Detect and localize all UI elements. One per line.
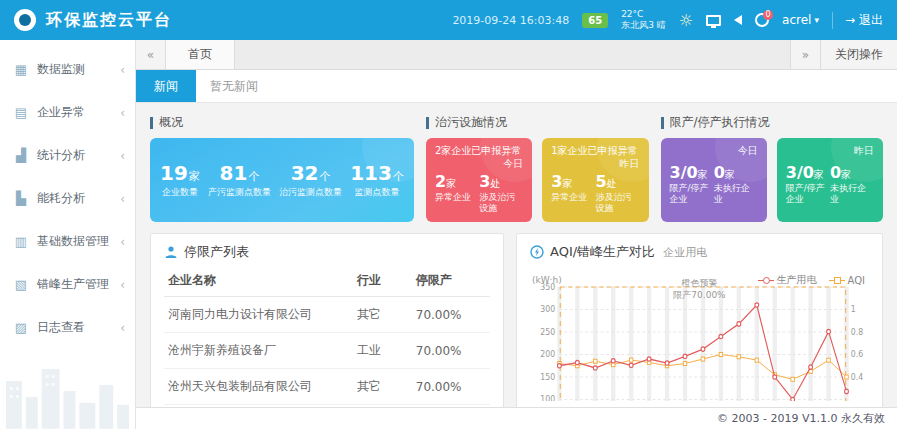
y-axis-label: (kW·h) bbox=[532, 275, 562, 285]
sidebar-item-enterprise-abnormal[interactable]: ▤ 企业异常 ‹ bbox=[0, 91, 135, 134]
notification-icon[interactable]: 0 bbox=[755, 13, 769, 27]
card-day-label: 昨日 bbox=[551, 157, 639, 170]
svg-text:1: 1 bbox=[851, 304, 856, 315]
chart-title-row: AQI/错峰生产对比 企业用电 bbox=[530, 243, 869, 261]
sidebar-item-energy-analysis[interactable]: ▙ 能耗分析 ‹ bbox=[0, 177, 135, 220]
stat-unit: 处 bbox=[607, 178, 617, 189]
col-header-limit: 停限产 bbox=[412, 265, 490, 297]
card-header: 2家企业已申报异常 bbox=[435, 144, 523, 157]
warning-annotation: 橙色预警 限产70.00% bbox=[673, 277, 725, 301]
chart-title: AQI/错峰生产对比 bbox=[550, 243, 655, 261]
stat-abnormal-enterprises: 3家 异常企业 bbox=[551, 172, 595, 215]
stat-label: 治污监测点数量 bbox=[279, 187, 342, 199]
sidebar-item-statistics[interactable]: ▟ 统计分析 ‹ bbox=[0, 134, 135, 177]
pollution-card-yesterday: 1家企业已申报异常 昨日 3家 异常企业 5处 涉及治污设施 bbox=[542, 138, 648, 222]
close-operations-button[interactable]: 关闭操作 bbox=[820, 40, 897, 69]
chart-legend: 生产用电 AQI bbox=[758, 273, 866, 287]
sidebar-item-label: 统计分析 bbox=[37, 147, 85, 164]
wind-text: 东北风3 晴 bbox=[621, 20, 666, 31]
stat-pollution-source-points: 81个 产污监测点数量 bbox=[208, 161, 271, 199]
logout-button[interactable]: → 退出 bbox=[832, 12, 883, 29]
sidebar-item-offpeak-production[interactable]: ▧ 错峰生产管理 ‹ bbox=[0, 263, 135, 306]
weather-info: 22°C 东北风3 晴 bbox=[621, 9, 666, 32]
sun-icon: ☼ bbox=[679, 11, 693, 30]
grid-icon: ▦ bbox=[14, 62, 28, 77]
svg-text:0.6: 0.6 bbox=[851, 349, 863, 360]
sidebar-item-data-monitoring[interactable]: ▦ 数据监测 ‹ bbox=[0, 48, 135, 91]
chevron-down-icon: ▾ bbox=[814, 15, 819, 25]
section-title: 概况 bbox=[150, 114, 414, 131]
legend-item-power[interactable]: 生产用电 bbox=[758, 273, 817, 287]
lightning-circle-icon bbox=[530, 245, 544, 259]
monitor-icon[interactable] bbox=[706, 15, 721, 26]
svg-text:200: 200 bbox=[540, 349, 555, 360]
chevron-left-icon: ‹ bbox=[120, 278, 125, 292]
stat-label: 企业数量 bbox=[160, 187, 200, 199]
stat-value: 19 bbox=[160, 161, 188, 185]
aqi-badge: 65 bbox=[582, 13, 608, 28]
pollution-card-today: 2家企业已申报异常 今日 2家 异常企业 3处 涉及治污设施 bbox=[426, 138, 532, 222]
news-tabs: 新闻 暂无新闻 bbox=[136, 70, 897, 103]
cell-limit: 70.00% bbox=[412, 369, 490, 405]
title-bar-decoration bbox=[661, 117, 664, 129]
person-icon bbox=[164, 245, 178, 259]
svg-text:100: 100 bbox=[540, 394, 555, 401]
col-header-enterprise: 企业名称 bbox=[164, 265, 353, 297]
logout-icon: → bbox=[845, 13, 855, 27]
tab-home[interactable]: 首页 bbox=[166, 40, 235, 69]
stat-treatment-points: 32个 治污监测点数量 bbox=[279, 161, 342, 199]
stat-label: 涉及治污设施 bbox=[479, 192, 523, 215]
svg-text:0.8: 0.8 bbox=[851, 326, 863, 337]
legend-square-marker bbox=[829, 277, 845, 284]
tabs-scroll-left-button[interactable]: « bbox=[136, 40, 166, 69]
user-menu[interactable]: acrel ▾ bbox=[782, 13, 819, 27]
footer: © 2003 - 2019 V1.1.0 永久有效 bbox=[136, 407, 897, 429]
temperature-text: 22°C bbox=[621, 9, 666, 20]
document-icon: ▨ bbox=[14, 320, 28, 335]
legend-item-aqi[interactable]: AQI bbox=[829, 273, 866, 287]
tab-news[interactable]: 新闻 bbox=[136, 70, 196, 102]
stat-unit: 个 bbox=[393, 170, 404, 183]
chevron-left-icon: ‹ bbox=[120, 106, 125, 120]
bar-chart-icon: ▙ bbox=[14, 191, 28, 206]
stat-unit: 处 bbox=[490, 178, 500, 189]
datetime-text: 2019-09-24 16:03:48 bbox=[452, 14, 569, 27]
chevron-left-icon: ‹ bbox=[120, 235, 125, 249]
stat-value: 3/0 bbox=[670, 163, 698, 182]
production-card-yesterday: 昨日 3/0家 限产/停产企业 0家 未执行企业 bbox=[777, 138, 883, 222]
tab-no-news[interactable]: 暂无新闻 bbox=[196, 70, 272, 102]
chevron-left-icon: ‹ bbox=[120, 321, 125, 335]
sidebar: ▦ 数据监测 ‹ ▤ 企业异常 ‹ ▟ 统计分析 ‹ ▙ 能耗分析 ‹ ▥ 基础… bbox=[0, 40, 136, 429]
legend-circle-marker bbox=[758, 277, 774, 284]
legend-label: 生产用电 bbox=[777, 273, 817, 287]
stat-value: 3 bbox=[551, 172, 562, 191]
stat-unit: 个 bbox=[320, 170, 331, 183]
stat-label: 限产/停产企业 bbox=[670, 183, 714, 206]
card-header: 1家企业已申报异常 bbox=[551, 144, 639, 157]
stat-limited-enterprises: 3/0家 限产/停产企业 bbox=[670, 163, 714, 206]
production-title: 限产/停产执行情况 bbox=[670, 114, 770, 131]
logout-label: 退出 bbox=[859, 12, 883, 29]
chevron-left-icon: ‹ bbox=[120, 149, 125, 163]
stat-unit: 家 bbox=[725, 169, 735, 180]
sidebar-item-label: 日志查看 bbox=[37, 319, 85, 336]
overview-section: 概况 19家 企业数量 81个 产污监测点数量 32个 治 bbox=[150, 114, 414, 222]
cell-industry: 其它 bbox=[353, 369, 412, 405]
notification-count: 0 bbox=[763, 10, 773, 20]
sidebar-item-label: 数据监测 bbox=[37, 61, 85, 78]
sidebar-item-label: 企业异常 bbox=[37, 104, 85, 121]
stat-label: 未执行企业 bbox=[714, 183, 758, 206]
table-row: 沧州天兴包装制品有限公司 其它 70.00% bbox=[164, 369, 490, 405]
main-area: « 首页 » 关闭操作 新闻 暂无新闻 概况 19家 bbox=[136, 40, 897, 429]
pollution-section: 治污设施情况 2家企业已申报异常 今日 2家 异常企业 bbox=[426, 114, 649, 222]
tabs-scroll-right-button[interactable]: » bbox=[790, 40, 820, 69]
stoplist-title: 停限产列表 bbox=[184, 243, 249, 261]
sidebar-item-base-data[interactable]: ▥ 基础数据管理 ‹ bbox=[0, 220, 135, 263]
stoplist-panel: 停限产列表 企业名称 行业 停限产 河南同力电力设计有限公司 bbox=[150, 233, 504, 423]
calendar-icon: ▧ bbox=[14, 277, 28, 292]
stat-value: 81 bbox=[220, 161, 248, 185]
stat-label: 异常企业 bbox=[551, 192, 595, 203]
header-toolbar: 2019-09-24 16:03:48 65 22°C 东北风3 晴 ☼ 0 a… bbox=[452, 9, 883, 32]
stat-unit: 家 bbox=[698, 169, 708, 180]
speaker-icon[interactable] bbox=[734, 15, 742, 25]
